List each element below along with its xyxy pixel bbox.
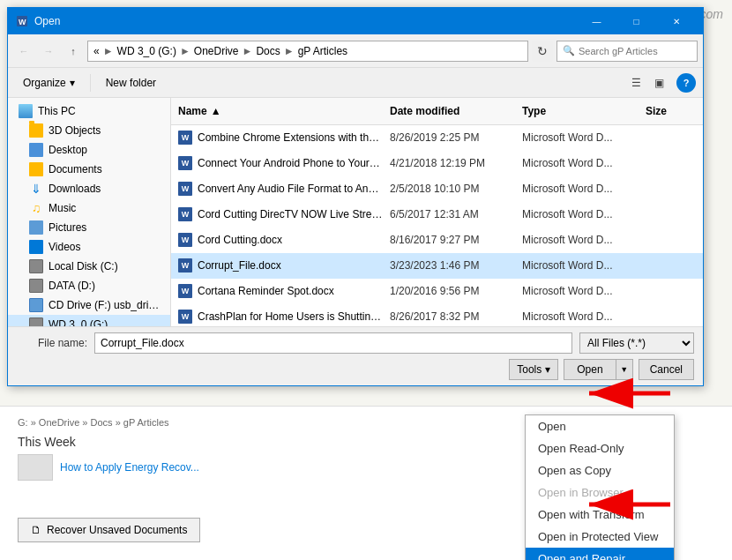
close-button[interactable]: ✕ (656, 8, 696, 34)
file-row[interactable]: W Combine Chrome Extensions with the Ne.… (171, 125, 703, 151)
file-type: Microsoft Word D... (515, 256, 639, 275)
open-split-button: Open ▼ (564, 359, 632, 380)
recover-unsaved-btn[interactable]: 🗋 Recover Unsaved Documents (18, 518, 200, 542)
word-file-icon: W (178, 258, 192, 273)
sidebar-item-data-d[interactable]: DATA (D:) (8, 276, 170, 295)
word-app-icon: W (15, 14, 29, 28)
breadcrumb-item-gparticles[interactable]: gP Articles (298, 45, 347, 57)
videos-label: Videos (49, 241, 80, 253)
videos-icon (29, 240, 43, 254)
word-file-icon: W (178, 233, 192, 247)
folder-3d-icon (29, 123, 43, 138)
this-pc-label: This PC (38, 105, 76, 117)
file-row[interactable]: W CrashPlan for Home Users is Shutting D… (171, 304, 703, 326)
filetype-select[interactable]: All Files (*.*) (579, 332, 694, 354)
cd-drive-icon (29, 298, 43, 312)
search-input[interactable] (579, 46, 691, 56)
forward-button[interactable]: → (38, 41, 59, 62)
file-size (639, 134, 691, 141)
file-size (639, 236, 691, 243)
details-view-button[interactable]: ☰ (625, 72, 646, 93)
sidebar-item-downloads[interactable]: ⇓ Downloads (8, 179, 170, 198)
column-type-header[interactable]: Type (515, 101, 639, 121)
pictures-label: Pictures (49, 221, 86, 234)
sidebar-item-local-c[interactable]: Local Disk (C:) (8, 257, 170, 276)
open-main-button[interactable]: Open (564, 359, 615, 380)
file-row[interactable]: W Cord Cutting DirecTV NOW Live Streamin… (171, 202, 703, 228)
file-type: Microsoft Word D... (515, 307, 639, 326)
tools-button[interactable]: Tools ▾ (509, 359, 558, 380)
breadcrumb-item-wd[interactable]: « (93, 45, 100, 57)
desktop-label: Desktop (49, 144, 87, 156)
file-name: Connect Your Android Phone to Your Chr..… (198, 157, 383, 169)
word-file-icon: W (178, 310, 192, 324)
preview-button[interactable]: ▣ (648, 72, 669, 93)
up-button[interactable]: ↑ (63, 41, 84, 62)
file-name: Cortana Reminder Spot.docx (198, 285, 334, 297)
breadcrumb-item-wd30[interactable]: WD 3_0 (G:) (117, 45, 176, 57)
sidebar-item-desktop[interactable]: Desktop (8, 140, 170, 160)
maximize-button[interactable]: □ (616, 8, 656, 34)
cancel-button[interactable]: Cancel (639, 359, 694, 380)
this-pc-icon (19, 104, 33, 118)
recover-icon: 🗋 (31, 524, 41, 536)
bg-article-thumb (18, 454, 53, 481)
menu-item-open-protected[interactable]: Open in Protected View (526, 526, 674, 548)
word-file-icon: W (178, 182, 192, 196)
organize-label: Organize (23, 77, 66, 89)
new-folder-button[interactable]: New folder (98, 72, 164, 93)
organize-arrow: ▾ (70, 77, 75, 89)
local-disk-c-label: Local Disk (C:) (49, 260, 118, 273)
breadcrumb-bar: « ► WD 3_0 (G:) ► OneDrive ► Docs ► gP A… (87, 41, 528, 62)
menu-item-open-with-transform[interactable]: Open with Transform (526, 504, 674, 526)
file-name: Combine Chrome Extensions with the Ne... (198, 131, 383, 144)
minimize-button[interactable]: — (577, 8, 616, 34)
column-date-header[interactable]: Date modified (383, 101, 515, 121)
wd30-icon (29, 317, 43, 326)
file-date: 8/26/2017 8:32 PM (383, 307, 515, 326)
sidebar-item-this-pc[interactable]: This PC (8, 101, 170, 121)
search-icon: 🔍 (563, 45, 575, 56)
sidebar-item-3d-objects[interactable]: 3D Objects (8, 121, 170, 140)
sidebar-item-pictures[interactable]: Pictures (8, 218, 170, 237)
file-row[interactable]: W Convert Any Audio File Format to Anoth… (171, 176, 703, 202)
sidebar-item-music[interactable]: ♫ Music (8, 198, 170, 218)
tools-label: Tools (517, 363, 542, 376)
open-dropdown-arrow[interactable]: ▼ (616, 359, 633, 380)
file-name: CrashPlan for Home Users is Shutting Do.… (198, 310, 383, 323)
file-row[interactable]: W Cortana Reminder Spot.docx 1/20/2016 9… (171, 279, 703, 304)
file-row[interactable]: W Connect Your Android Phone to Your Chr… (171, 151, 703, 176)
file-date: 4/21/2018 12:19 PM (383, 153, 515, 173)
open-dialog: W Open — □ ✕ ← → ↑ « ► WD 3_0 (G:) ► One… (7, 7, 704, 386)
back-button[interactable]: ← (13, 41, 34, 62)
filename-input[interactable] (94, 332, 572, 354)
file-row-selected[interactable]: W Corrupt_File.docx 3/23/2023 1:46 PM Mi… (171, 253, 703, 279)
sidebar-item-documents[interactable]: Documents (8, 160, 170, 179)
file-row[interactable]: W Cord Cutting.docx 8/16/2017 9:27 PM Mi… (171, 228, 703, 253)
menu-item-open-as-copy[interactable]: Open as Copy (526, 459, 674, 482)
word-file-icon: W (178, 207, 192, 221)
column-size-header[interactable]: Size (639, 101, 691, 121)
refresh-button[interactable]: ↻ (532, 41, 553, 62)
sidebar-item-videos[interactable]: Videos (8, 237, 170, 257)
breadcrumb-item-onedrive[interactable]: OneDrive (194, 45, 239, 57)
file-name: Convert Any Audio File Format to Anothe.… (198, 183, 383, 195)
bg-article-link[interactable]: How to Apply Energy Recov... (60, 461, 199, 474)
file-list-header: Name ▲ Date modified Type Size (171, 98, 703, 125)
organize-button[interactable]: Organize ▾ (15, 72, 83, 93)
file-type: Microsoft Word D... (515, 128, 639, 147)
sidebar-item-cd-f[interactable]: CD Drive (F:) usb_drivers (8, 295, 170, 315)
file-name: Cord Cutting DirecTV NOW Live Streamin..… (198, 208, 383, 220)
file-size (639, 160, 691, 167)
documents-label: Documents (49, 163, 102, 175)
file-name: Cord Cutting.docx (198, 234, 282, 246)
filename-row: File name: All Files (*.*) (17, 332, 694, 354)
menu-item-open-and-repair[interactable]: Open and Repair (526, 548, 674, 560)
menu-item-open-readonly[interactable]: Open Read-Only (526, 437, 674, 459)
column-name-header[interactable]: Name ▲ (171, 101, 383, 121)
menu-item-open[interactable]: Open (526, 415, 674, 437)
file-name: Corrupt_File.docx (198, 259, 281, 272)
breadcrumb-item-docs[interactable]: Docs (256, 45, 280, 57)
help-button[interactable]: ? (676, 73, 696, 93)
sidebar-item-wd30[interactable]: WD 3_0 (G:) (8, 315, 170, 326)
